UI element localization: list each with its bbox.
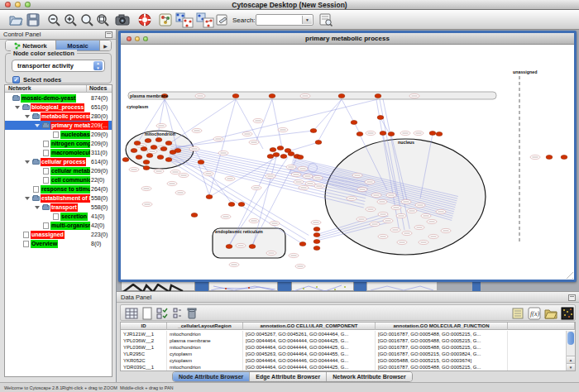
- node-label[interactable]: [154, 169, 164, 173]
- node-label[interactable]: [295, 264, 305, 268]
- tree-row[interactable]: secretion41(0): [5, 212, 112, 221]
- node-label[interactable]: [142, 202, 152, 206]
- formula-icon[interactable]: f(x): [528, 307, 541, 320]
- zoom-selected-icon[interactable]: [95, 12, 110, 27]
- node-label[interactable]: [391, 205, 401, 209]
- node-label[interactable]: [291, 172, 301, 176]
- node-label[interactable]: [225, 176, 235, 180]
- node-label[interactable]: [218, 151, 228, 155]
- node-label[interactable]: [170, 170, 180, 174]
- node-label[interactable]: [249, 140, 259, 144]
- graph-node[interactable]: [151, 146, 157, 150]
- node-label[interactable]: [347, 196, 356, 200]
- node-label[interactable]: [365, 179, 375, 184]
- graph-node[interactable]: [288, 152, 294, 156]
- scrollbar-thumb[interactable]: [567, 332, 574, 345]
- tree-row[interactable]: cellular metabol209(0): [5, 166, 112, 175]
- import-icon[interactable]: [544, 307, 557, 320]
- node-label[interactable]: [242, 131, 252, 136]
- node-label[interactable]: [530, 155, 540, 159]
- table-row[interactable]: YPL036W__1mitochondrion[GO:0044464, GO:0…: [121, 344, 566, 351]
- graph-node[interactable]: [136, 155, 142, 160]
- node-label[interactable]: [366, 207, 376, 211]
- graph-node[interactable]: [175, 149, 181, 153]
- node-label[interactable]: [253, 118, 263, 122]
- node-label[interactable]: [421, 213, 431, 218]
- node-label[interactable]: [356, 217, 366, 221]
- graph-node[interactable]: [299, 242, 306, 246]
- tree-row[interactable]: cell communicat22(0): [5, 175, 112, 184]
- graph-node[interactable]: [267, 155, 274, 159]
- open-icon[interactable]: [8, 12, 23, 27]
- node-label[interactable]: [441, 228, 451, 232]
- network-canvas[interactable]: plasma membranecytoplasmmitochondrionnuc…: [121, 45, 574, 280]
- node-label[interactable]: [294, 179, 304, 184]
- scroll-down-button[interactable]: ▼: [567, 363, 575, 370]
- node-label[interactable]: [213, 136, 223, 141]
- graph-node[interactable]: [269, 94, 275, 98]
- graph-node[interactable]: [277, 146, 284, 151]
- attribute-table-header[interactable]: ID_cellularLayoutRegionannotation.GO CEL…: [121, 323, 575, 330]
- node-label[interactable]: [300, 93, 310, 98]
- graph-node[interactable]: [228, 203, 235, 207]
- tree-row[interactable]: mosaic-demo-yeast874(0): [5, 93, 112, 103]
- graph-node[interactable]: [280, 155, 287, 159]
- node-label[interactable]: [419, 240, 428, 244]
- tree-row[interactable]: multi-organism pro42(0): [5, 221, 112, 230]
- node-label[interactable]: [377, 199, 387, 203]
- graph-node[interactable]: [436, 132, 443, 136]
- node-label[interactable]: [414, 131, 423, 135]
- region-plasma-membrane[interactable]: [128, 92, 496, 99]
- node-label[interactable]: [203, 171, 213, 175]
- node-label[interactable]: [383, 218, 393, 222]
- zoom-out-icon[interactable]: [46, 12, 61, 27]
- graph-node[interactable]: [310, 129, 317, 133]
- node-label[interactable]: [427, 219, 437, 223]
- node-label[interactable]: [167, 181, 177, 185]
- node-label[interactable]: [266, 174, 275, 178]
- node-label[interactable]: [371, 193, 381, 197]
- node-label[interactable]: [366, 131, 376, 135]
- tree-row[interactable]: transport558(0): [5, 203, 112, 212]
- graph-node[interactable]: [165, 141, 172, 146]
- network-tree-header[interactable]: Network Nodes: [5, 85, 112, 93]
- node-label[interactable]: [141, 186, 151, 190]
- vizmapper-icon[interactable]: [159, 12, 172, 27]
- node-label[interactable]: [428, 234, 438, 238]
- disclosure-triangle[interactable]: [25, 160, 30, 164]
- node-label[interactable]: [370, 222, 380, 226]
- tree-row[interactable]: nucleobase-209(0): [5, 130, 112, 139]
- graph-node[interactable]: [380, 131, 386, 136]
- graph-node[interactable]: [315, 141, 322, 145]
- data-panel-float-icon[interactable]: [568, 294, 576, 301]
- graph-node[interactable]: [134, 141, 141, 146]
- node-label[interactable]: [414, 225, 424, 229]
- node-label[interactable]: [386, 193, 396, 197]
- node-label[interactable]: [402, 231, 412, 235]
- table-scrollbar[interactable]: ▲ ▼: [566, 331, 575, 370]
- graph-node[interactable]: [338, 94, 345, 98]
- graph-node[interactable]: [165, 158, 172, 162]
- graph-node[interactable]: [313, 240, 320, 244]
- node-label[interactable]: [229, 262, 239, 266]
- layout-a-icon[interactable]: [175, 12, 194, 28]
- node-label[interactable]: [352, 173, 362, 177]
- graph-node[interactable]: [160, 147, 167, 151]
- node-label[interactable]: [278, 127, 288, 131]
- browser-tab[interactable]: Edge Attribute Browser: [250, 372, 327, 381]
- tree-row[interactable]: macromolecule311(0): [5, 148, 112, 157]
- layout-b-icon[interactable]: [196, 12, 214, 28]
- graph-node[interactable]: [388, 132, 395, 136]
- node-label[interactable]: [221, 214, 231, 218]
- tree-row[interactable]: nitrogen compo209(0): [5, 139, 112, 148]
- disclosure-triangle[interactable]: [25, 197, 30, 200]
- column-header[interactable]: ID: [121, 323, 167, 330]
- scroll-up-button[interactable]: ▲: [567, 356, 575, 363]
- node-label[interactable]: [299, 185, 309, 189]
- graph-node[interactable]: [375, 94, 381, 98]
- node-label[interactable]: [286, 165, 296, 169]
- node-label[interactable]: [305, 181, 315, 185]
- resize-grip[interactable]: [567, 272, 573, 279]
- tree-row[interactable]: Overview8(0): [5, 239, 112, 248]
- graph-node[interactable]: [226, 245, 232, 249]
